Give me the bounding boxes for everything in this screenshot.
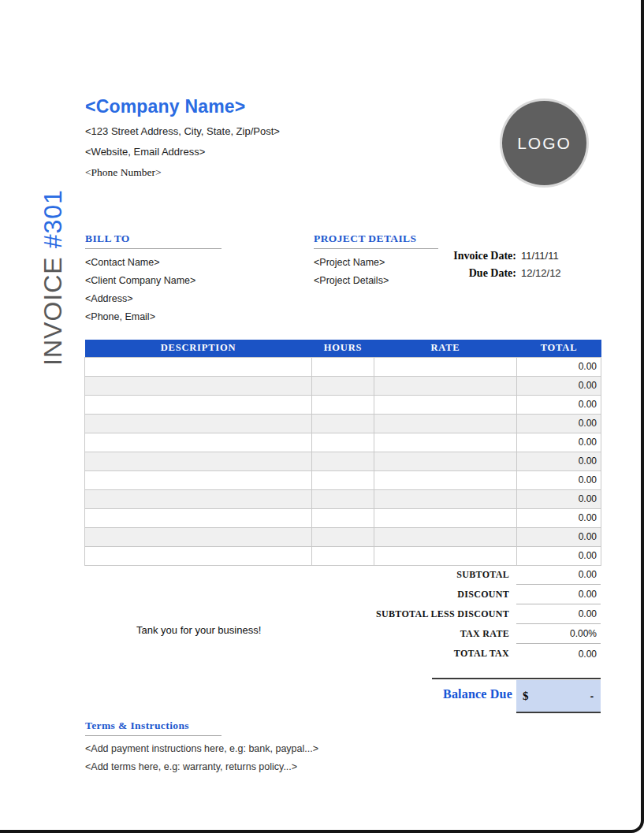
subtotal-less-discount-label: SUBTOTAL LESS DISCOUNT bbox=[236, 608, 516, 620]
line-item-description-cell bbox=[85, 489, 312, 508]
line-item-row: 0.00 bbox=[85, 357, 601, 376]
line-item-rate-cell bbox=[374, 527, 517, 546]
header-description: DESCRIPTION bbox=[85, 340, 312, 357]
bill-to-title: BILL TO bbox=[85, 232, 221, 249]
line-item-row: 0.00 bbox=[85, 395, 601, 414]
balance-top-divider bbox=[432, 678, 601, 679]
company-logo: LOGO bbox=[502, 101, 586, 185]
line-item-rate-cell bbox=[374, 395, 517, 414]
line-item-total-cell: 0.00 bbox=[517, 470, 601, 489]
tax-rate-label: TAX RATE bbox=[236, 628, 516, 640]
line-item-total-cell: 0.00 bbox=[517, 414, 601, 433]
summary-section: SUBTOTAL 0.00 DISCOUNT 0.00 SUBTOTAL LES… bbox=[236, 565, 601, 664]
line-item-total-cell: 0.00 bbox=[517, 433, 601, 452]
line-item-hours-cell bbox=[312, 527, 374, 546]
company-phone: <Phone Number> bbox=[85, 166, 416, 179]
line-item-rate-cell bbox=[374, 414, 517, 433]
line-item-hours-cell bbox=[312, 452, 374, 470]
line-item-rate-cell bbox=[374, 376, 517, 395]
company-website: <Website, Email Address> bbox=[85, 146, 416, 158]
summary-row-subtotal-less-discount: SUBTOTAL LESS DISCOUNT 0.00 bbox=[236, 604, 601, 624]
line-item-rate-cell bbox=[374, 452, 517, 470]
line-item-row: 0.00 bbox=[85, 489, 601, 508]
total-tax-value: 0.00 bbox=[516, 644, 601, 664]
bill-to-client-company: <Client Company Name> bbox=[85, 276, 221, 286]
line-item-total-cell: 0.00 bbox=[517, 527, 601, 546]
invoice-banner: INVOICE#301 bbox=[39, 189, 68, 366]
balance-amount: - bbox=[590, 690, 594, 702]
subtotal-label: SUBTOTAL bbox=[236, 569, 516, 581]
line-item-row: 0.00 bbox=[85, 376, 601, 395]
line-item-row: 0.00 bbox=[85, 414, 601, 433]
line-item-hours-cell bbox=[312, 357, 374, 376]
line-item-total-cell: 0.00 bbox=[517, 395, 601, 414]
line-item-description-cell bbox=[85, 357, 312, 376]
summary-row-tax-rate: TAX RATE 0.00% bbox=[236, 624, 601, 644]
total-tax-label: TOTAL TAX bbox=[236, 648, 516, 660]
subtotal-value: 0.00 bbox=[516, 565, 601, 585]
line-item-row: 0.00 bbox=[85, 452, 601, 470]
invoice-number: #301 bbox=[39, 189, 67, 248]
subtotal-less-discount-value: 0.00 bbox=[516, 604, 601, 624]
line-item-row: 0.00 bbox=[85, 433, 601, 452]
line-item-row: 0.00 bbox=[85, 546, 601, 565]
summary-row-discount: DISCOUNT 0.00 bbox=[236, 585, 601, 604]
due-date-row: Due Date: 12/12/12 bbox=[339, 267, 601, 284]
line-item-hours-cell bbox=[312, 433, 374, 452]
discount-value: 0.00 bbox=[516, 585, 601, 604]
line-item-rate-cell bbox=[374, 470, 517, 489]
line-item-hours-cell bbox=[312, 508, 374, 527]
line-item-total-cell: 0.00 bbox=[517, 508, 601, 527]
line-item-description-cell bbox=[85, 546, 312, 565]
terms-title: Terms & Instructions bbox=[85, 720, 221, 736]
line-items-table: DESCRIPTION HOURS RATE TOTAL 0.000.000.0… bbox=[84, 340, 601, 566]
bill-to-phone-email: <Phone, Email> bbox=[85, 312, 221, 322]
project-details-title: PROJECT DETAILS bbox=[314, 232, 438, 249]
line-item-hours-cell bbox=[312, 470, 374, 489]
header-total: TOTAL bbox=[517, 340, 601, 357]
terms-section: Terms & Instructions <Add payment instru… bbox=[85, 720, 416, 772]
line-item-hours-cell bbox=[312, 414, 374, 433]
thank-you-note: Tank you for your business! bbox=[136, 624, 261, 636]
balance-due-box: $ - bbox=[516, 680, 601, 713]
line-item-description-cell bbox=[85, 433, 312, 452]
invoice-date-label: Invoice Date: bbox=[339, 250, 516, 262]
tax-rate-value: 0.00% bbox=[516, 624, 601, 644]
company-address: <123 Street Address, City, State, Zip/Po… bbox=[85, 125, 416, 137]
discount-label: DISCOUNT bbox=[236, 589, 516, 601]
balance-due-label: Balance Due bbox=[394, 687, 512, 701]
line-item-row: 0.00 bbox=[85, 508, 601, 527]
line-item-total-cell: 0.00 bbox=[517, 546, 601, 565]
line-item-total-cell: 0.00 bbox=[517, 452, 601, 470]
line-item-hours-cell bbox=[312, 489, 374, 508]
invoice-label: INVOICE bbox=[39, 256, 67, 366]
company-name: <Company Name> bbox=[85, 96, 416, 117]
summary-row-total-tax: TOTAL TAX 0.00 bbox=[236, 644, 601, 664]
line-item-total-cell: 0.00 bbox=[517, 376, 601, 395]
line-item-description-cell bbox=[85, 376, 312, 395]
line-item-description-cell bbox=[85, 395, 312, 414]
currency-symbol: $ bbox=[523, 690, 529, 703]
header-hours: HOURS bbox=[312, 340, 374, 357]
line-item-row: 0.00 bbox=[85, 470, 601, 489]
line-item-total-cell: 0.00 bbox=[517, 489, 601, 508]
logo-text: LOGO bbox=[517, 134, 571, 153]
bill-to-contact-name: <Contact Name> bbox=[85, 258, 221, 268]
line-item-row: 0.00 bbox=[85, 527, 601, 546]
invoice-page: <Company Name> <123 Street Address, City… bbox=[0, 0, 644, 833]
due-date-label: Due Date: bbox=[339, 267, 516, 280]
company-header: <Company Name> <123 Street Address, City… bbox=[85, 96, 416, 179]
invoice-date-value: 11/11/11 bbox=[516, 250, 601, 262]
bill-to-section: BILL TO <Contact Name> <Client Company N… bbox=[85, 232, 221, 322]
summary-row-subtotal: SUBTOTAL 0.00 bbox=[236, 565, 601, 585]
line-item-rate-cell bbox=[374, 546, 517, 565]
line-item-hours-cell bbox=[312, 376, 374, 395]
line-item-rate-cell bbox=[374, 357, 517, 376]
header-rate: RATE bbox=[374, 340, 517, 357]
line-item-description-cell bbox=[85, 414, 312, 433]
line-item-description-cell bbox=[85, 527, 312, 546]
line-item-total-cell: 0.00 bbox=[517, 357, 601, 376]
terms-payment-instructions: <Add payment instructions here, e.g: ban… bbox=[85, 744, 416, 754]
bill-to-address: <Address> bbox=[85, 294, 221, 304]
line-item-hours-cell bbox=[312, 395, 374, 414]
